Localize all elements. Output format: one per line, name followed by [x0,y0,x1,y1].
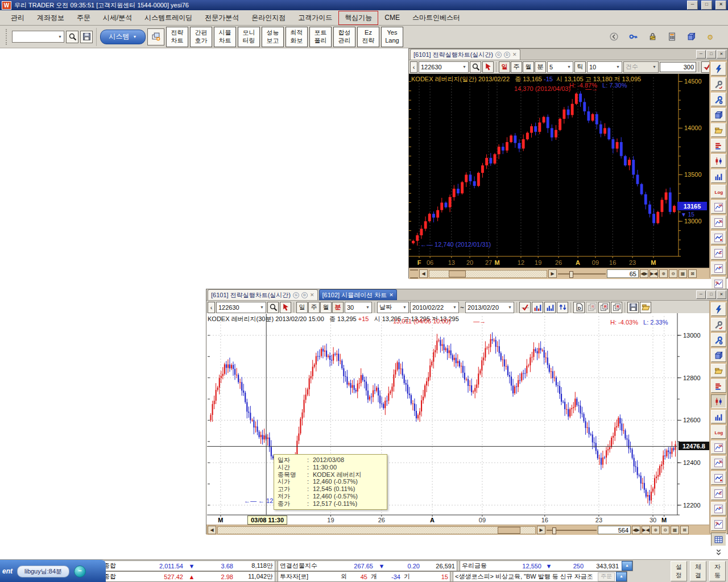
chart-percent-change-icon[interactable]: % [711,517,726,531]
toolbar-button-4[interactable]: 모니터링 [238,27,260,47]
user-session-badge[interactable]: libguy님:84분 [17,566,69,577]
period-button-월[interactable]: 월 [523,61,534,73]
toolbar-button-10[interactable]: YesLang [381,27,403,47]
export-window-icon[interactable] [711,123,726,137]
chart-compare-icon[interactable]: C [711,487,726,500]
clear-drawing-icon[interactable]: ⊠ [688,269,697,278]
expand-panel-button[interactable]: ▲ [616,572,627,581]
symbol-prev-button[interactable]: ‹ [208,302,215,313]
toolbar-button-8[interactable]: 합성관리 [333,27,355,47]
chart-settings-icon[interactable] [711,77,726,91]
data-list-icon[interactable] [711,139,726,152]
chart-hl-icon[interactable]: HL [711,200,726,214]
dock-link-icon[interactable]: D [301,292,308,298]
zoom-slider[interactable] [558,270,606,278]
zoom-slider[interactable] [547,526,597,534]
search-icon[interactable] [66,31,78,43]
period-button-주[interactable]: 주 [308,302,320,313]
calculator-icon[interactable] [665,31,678,43]
chart-plusminus-icon[interactable]: +- [711,261,726,275]
strategy-signal-icon[interactable] [519,302,531,313]
cube-3d-icon[interactable] [685,31,697,43]
minute-combo[interactable]: 30▼ [345,302,372,313]
log-scale-icon[interactable]: Log [711,425,726,439]
scrollbar-thumb[interactable] [498,527,520,534]
window-maximize-button[interactable]: □ [706,50,716,59]
menu-item-5[interactable]: 시스템트레이딩 [138,11,198,25]
range-type-combo[interactable]: 날짜▼ [377,302,409,313]
menu-item-8[interactable]: 고객가이드 [292,11,338,25]
toolbar-button-2[interactable]: 간편호가 [190,27,212,47]
chart-pointer-icon[interactable] [482,61,494,73]
scroll-right-icon[interactable]: ▶ [537,526,545,534]
system-menu-button[interactable]: 시스템▼ [100,30,146,44]
tab-2[interactable]: [6102] 시뮬레이션 차트✕ [319,289,397,300]
minimize-button[interactable]: ─ [687,1,698,10]
tool-settings-icon[interactable] [711,93,726,106]
group-link-icon[interactable]: G [293,292,299,298]
chart-line-icon[interactable] [711,231,726,244]
volume-chart-icon[interactable] [711,410,726,423]
zoom-in-icon[interactable]: ⊕ [651,526,660,534]
symbol-search-icon[interactable] [470,61,481,73]
chart-percent-icon[interactable]: % [711,456,726,469]
tick-button[interactable]: 틱 [574,61,586,73]
visible-bars-input[interactable] [598,526,631,534]
quick-search-combo[interactable]: ▼ [12,31,64,43]
chart-percent-icon[interactable]: % [711,215,726,229]
candle-type-icon[interactable] [711,394,726,408]
period-button-일[interactable]: 일 [499,61,510,73]
expand-horizontal-icon[interactable]: ◀▶ [632,526,640,534]
chart-line-icon[interactable] [711,471,726,485]
toolbar-button-3[interactable]: 시뮬차트 [214,27,236,47]
period-button-분[interactable]: 분 [332,302,344,313]
scroll-left-icon[interactable]: ◀ [208,526,216,534]
count-mode-combo[interactable]: 건수▼ [623,61,659,73]
period-button-주[interactable]: 주 [511,61,522,73]
menu-item-3[interactable]: 주문 [71,11,97,25]
statusbar-button-1[interactable]: 설정 [671,561,687,581]
symbol-combo[interactable]: 122630▼ [216,302,266,313]
copy-report-disabled-icon[interactable]: R [586,302,597,313]
back-circle-icon[interactable] [607,31,620,43]
symbol-search-icon[interactable] [267,302,279,313]
chart-hl-icon[interactable]: HL [711,440,726,454]
statusbar-button-2[interactable]: 체결 [690,561,706,581]
menu-item-9[interactable]: 핵심기능 [338,11,378,25]
lock-icon[interactable] [646,31,659,43]
toolbar-button-1[interactable]: 전략차트 [166,27,188,47]
menu-item-4[interactable]: 시세/분석 [97,11,138,25]
log-scale-icon[interactable]: Log [711,185,726,198]
window-minimize-button[interactable]: ─ [696,50,706,59]
chart-scrollbar[interactable] [217,526,536,534]
sort-updown-icon[interactable] [557,302,568,313]
window-minimize-button[interactable]: ─ [696,290,706,299]
scroll-right-icon[interactable]: ▶ [548,269,557,278]
gear-icon[interactable]: ⚙ [704,31,717,43]
zoom-out-icon[interactable]: ⊖ [661,526,669,534]
symbol-prev-button[interactable]: ‹ [410,61,417,73]
save-icon[interactable] [80,31,93,43]
menu-item-1[interactable]: 관리 [5,11,31,25]
chart-settings-icon[interactable] [711,318,726,331]
window-close-button[interactable]: ✕ [717,50,726,59]
group-link-icon[interactable]: G [495,52,502,58]
data-list-icon[interactable] [711,379,726,393]
compress-horizontal-icon[interactable]: ▶◀ [650,269,658,278]
grid-toggle-icon[interactable]: ▦ [679,269,687,278]
tool-settings-icon[interactable] [711,333,726,347]
toolbar-grip[interactable] [6,29,9,45]
window-close-button[interactable]: ✕ [717,290,726,299]
menu-item-6[interactable]: 전문가분석 [198,11,245,25]
period-button-월[interactable]: 월 [320,302,332,313]
minute-combo[interactable]: 5▼ [547,61,573,73]
daily-chart[interactable]: F06132027M121926A091623M1450014000135001… [409,74,710,268]
date-from-combo[interactable]: 2010/02/22▼ [410,302,459,313]
key-icon[interactable] [627,31,639,43]
object-3d-icon[interactable] [711,348,726,362]
data-table-icon[interactable] [711,533,726,546]
open-chart-icon[interactable] [640,302,651,313]
report-document-icon[interactable]: D [573,302,585,313]
collapse-strip-icon[interactable] [714,548,723,557]
chart-scrollbar[interactable] [429,270,547,278]
